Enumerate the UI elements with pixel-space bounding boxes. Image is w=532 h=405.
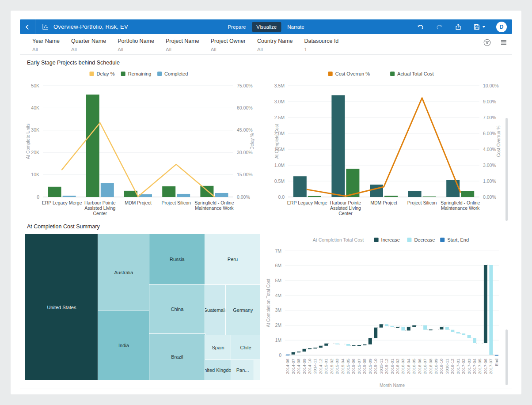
waterfall-bar-2017-02[interactable]	[462, 333, 465, 335]
filter-year-name[interactable]: Year NameAll	[32, 38, 60, 52]
waterfall-bar-2014-10[interactable]	[308, 348, 312, 349]
waterfall-bar-2016-12[interactable]	[451, 330, 454, 332]
waterfall-bar-2016-02[interactable]	[396, 327, 399, 328]
waterfall-bar-2016-05[interactable]	[412, 326, 416, 327]
waterfall-bar-2016-10[interactable]	[440, 327, 443, 329]
waterfall-bar-2016-08[interactable]	[429, 329, 433, 330]
waterfall-bar-2016-11[interactable]	[445, 327, 449, 330]
back-button[interactable]	[20, 19, 35, 34]
waterfall-bar-2014-06[interactable]	[286, 355, 289, 356]
treemap-tile-australia[interactable]: Australia	[98, 234, 149, 310]
treemap-tile-label: Australia	[114, 270, 133, 275]
legend-item[interactable]: Completed	[164, 71, 188, 76]
waterfall-bar-2015-09[interactable]	[369, 338, 372, 344]
x-axis-tick: 2015-04	[340, 359, 345, 374]
filter-label: Quarter Name	[71, 38, 106, 44]
treemap-tile-spain[interactable]: Spain	[205, 335, 231, 360]
tab-prepare[interactable]: Prepare	[223, 22, 250, 32]
treemap-tile-peru[interactable]: Peru	[205, 234, 260, 285]
bar-remaining[interactable]	[162, 186, 175, 197]
treemap-tile-russia[interactable]: Russia	[149, 234, 205, 285]
treemap-tile-small[interactable]	[254, 360, 260, 380]
waterfall-bar-2017-07[interactable]	[489, 265, 493, 355]
filter-portfolio-name[interactable]: Portfolio NameAll	[118, 38, 154, 52]
waterfall-bar-2014-11[interactable]	[313, 348, 317, 348]
bar-completed[interactable]	[63, 196, 76, 197]
bar-actual-total-cost[interactable]	[461, 191, 474, 197]
x-axis-tick: 2016-06	[417, 359, 422, 374]
bar-completed[interactable]	[215, 193, 228, 197]
bar-actual-total-cost[interactable]	[384, 196, 398, 197]
bar-completed[interactable]	[101, 183, 114, 197]
redo-button[interactable]	[435, 23, 444, 31]
treemap-tile-united-kingdom[interactable]: United Kingdom	[205, 360, 231, 380]
x-axis-tick: 2017-07	[488, 359, 493, 374]
save-button[interactable]	[472, 23, 486, 31]
legend-item[interactable]: Start, End	[447, 237, 469, 242]
legend-item[interactable]: Remaining	[128, 71, 152, 76]
legend-item[interactable]: Cost Overrun %	[335, 71, 370, 76]
legend-item[interactable]: Increase	[381, 237, 400, 242]
scrollbar-thumb[interactable]	[505, 329, 508, 385]
waterfall-bar-2015-05[interactable]	[346, 344, 350, 346]
treemap-tile-brazil[interactable]: Brazil	[149, 334, 205, 380]
waterfall-bar-end[interactable]	[495, 355, 498, 356]
share-button[interactable]	[454, 23, 463, 31]
waterfall-bar-2016-07[interactable]	[423, 326, 427, 330]
treemap-tile-china[interactable]: China	[149, 285, 205, 334]
waterfall-bar-2015-07[interactable]	[357, 345, 361, 346]
tab-narrate[interactable]: Narrate	[283, 22, 308, 32]
waterfall-bar-2015-06[interactable]	[352, 345, 355, 346]
bar-remaining[interactable]	[48, 187, 61, 197]
legend-item[interactable]: Actual Total Cost	[397, 71, 433, 76]
filter-project-name[interactable]: Project NameAll	[166, 38, 199, 52]
waterfall-bar-2015-03[interactable]	[335, 344, 339, 344]
bar-remaining[interactable]	[200, 186, 213, 197]
user-avatar[interactable]: D	[496, 22, 507, 32]
bar-at-complete-cost[interactable]	[293, 176, 307, 197]
legend-item[interactable]: Decrease	[414, 237, 435, 242]
undo-button[interactable]	[416, 23, 425, 31]
filter-country-name[interactable]: Country NameAll	[257, 38, 293, 52]
limit-values-button[interactable]	[482, 38, 492, 48]
bar-remaining[interactable]	[86, 95, 99, 197]
waterfall-bar-2015-11[interactable]	[380, 324, 383, 327]
filter-project-owner[interactable]: Project OwnerAll	[211, 38, 246, 52]
waterfall-bar-2014-08[interactable]	[297, 352, 300, 352]
line-cost-overrun-[interactable]	[307, 98, 460, 196]
treemap-tile-pan-[interactable]: Pan...	[231, 360, 254, 380]
waterfall-bar-2016-04[interactable]	[407, 327, 410, 330]
waterfall-bar-2017-01[interactable]	[456, 332, 460, 333]
waterfall-bar-2015-01[interactable]	[324, 344, 328, 346]
waterfall-bar-2017-04[interactable]	[473, 338, 476, 343]
treemap-tile-germany[interactable]: Germany	[226, 285, 260, 335]
legend-item[interactable]: Delay %	[97, 71, 115, 76]
filter-datasource-id[interactable]: Datasource Id1	[304, 38, 339, 52]
treemap-tile-united-states[interactable]: United States	[25, 234, 98, 380]
bar-at-complete-cost[interactable]	[446, 180, 460, 197]
treemap-tile-guatemala[interactable]: Guatemala	[205, 285, 226, 335]
scrollbar-thumb[interactable]	[505, 118, 508, 221]
tab-visualize[interactable]: Visualize	[252, 22, 281, 32]
waterfall-bar-2015-08[interactable]	[363, 344, 366, 345]
line-delay-[interactable]	[62, 123, 214, 197]
waterfall-bar-2016-03[interactable]	[401, 327, 405, 330]
waterfall-bar-2014-12[interactable]	[319, 346, 323, 348]
bar-at-complete-cost[interactable]	[331, 95, 345, 197]
bar-at-complete-cost[interactable]	[408, 191, 422, 197]
treemap-tile-chile[interactable]: Chile	[231, 335, 260, 360]
bar-actual-total-cost[interactable]	[308, 196, 321, 197]
treemap-tile-india[interactable]: India	[98, 310, 149, 380]
bar-actual-total-cost[interactable]	[423, 197, 436, 197]
waterfall-bar-2014-07[interactable]	[292, 352, 295, 354]
bar-completed[interactable]	[177, 194, 190, 197]
waterfall-bar-2017-03[interactable]	[467, 335, 471, 338]
bar-at-complete-cost[interactable]	[370, 185, 383, 197]
waterfall-bar-2015-12[interactable]	[385, 324, 388, 326]
filter-menu-button[interactable]	[499, 38, 509, 48]
waterfall-bar-2015-10[interactable]	[374, 328, 377, 338]
waterfall-bar-2016-01[interactable]	[391, 326, 394, 327]
waterfall-bar-2017-06[interactable]	[484, 265, 487, 343]
filter-quarter-name[interactable]: Quarter NameAll	[71, 38, 106, 52]
waterfall-bar-2014-09[interactable]	[303, 349, 306, 352]
